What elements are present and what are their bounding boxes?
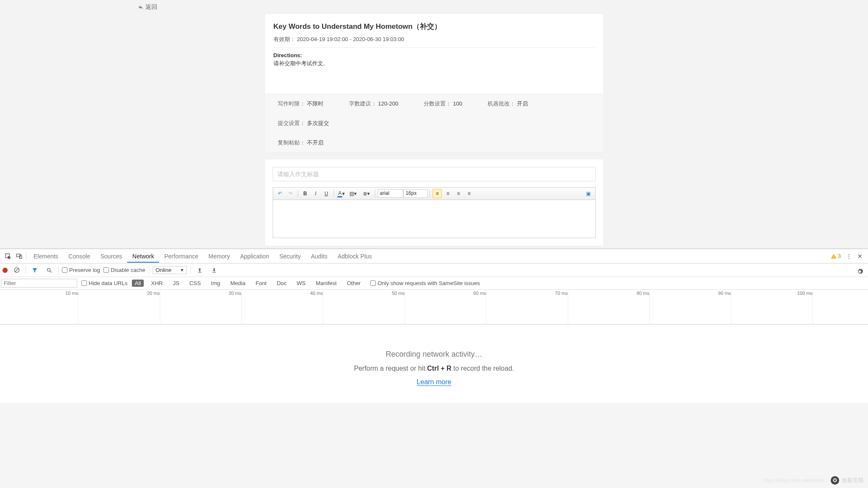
disable-cache-checkbox[interactable]: Disable cache <box>103 267 145 273</box>
filter-toggle-icon[interactable] <box>29 265 40 276</box>
tab-security[interactable]: Security <box>274 250 306 263</box>
chip-css[interactable]: CSS <box>187 280 204 287</box>
setting-submit: 提交设置：多次提交 <box>278 119 329 127</box>
align-left-button[interactable]: ≡ <box>433 189 442 198</box>
tab-application[interactable]: Application <box>235 250 274 263</box>
tab-adblock[interactable]: Adblock Plus <box>332 250 377 263</box>
editor-panel: ↶ ↷ B I U A▾ ▤▾ ≣▾ arial▼ 16px▼ ≡ ≡ ≡ ≡ … <box>265 159 604 246</box>
empty-line2: Perform a request or hit Ctrl + R to rec… <box>0 365 868 372</box>
svg-point-5 <box>47 268 50 271</box>
setting-score: 分数设置：100 <box>424 100 462 108</box>
assignment-title: Key Words to Understand My Hometown（补交） <box>274 22 595 31</box>
warning-badge[interactable]: 3 <box>831 253 841 259</box>
setting-auto-grade: 机器批改：开启 <box>488 100 528 108</box>
svg-rect-8 <box>212 272 216 272</box>
chip-all[interactable]: All <box>132 280 144 287</box>
tab-console[interactable]: Console <box>63 250 95 263</box>
chip-media[interactable]: Media <box>227 280 248 287</box>
chip-doc[interactable]: Doc <box>274 280 290 287</box>
device-toggle-icon[interactable] <box>14 251 25 262</box>
chip-xhr[interactable]: XHR <box>148 280 165 287</box>
network-filter-row: Hide data URLs All XHR JS CSS Img Media … <box>0 277 868 290</box>
rte-content-area[interactable] <box>273 200 596 238</box>
validity-label: 有效期： <box>274 36 296 42</box>
tab-audits[interactable]: Audits <box>306 250 332 263</box>
font-size-select[interactable]: 16px <box>403 189 428 198</box>
hide-data-urls-checkbox[interactable]: Hide data URLs <box>81 280 128 286</box>
bold-button[interactable]: B <box>301 189 310 198</box>
separator <box>25 266 26 274</box>
export-har-icon[interactable] <box>209 265 220 276</box>
throttling-select[interactable]: Online▼ <box>153 266 187 274</box>
inspect-element-icon[interactable] <box>3 251 14 262</box>
align-center-button[interactable]: ≡ <box>443 189 452 198</box>
timeline-tick: 30 ms <box>229 291 241 296</box>
timeline-tick: 10 ms <box>65 291 78 296</box>
separator <box>26 252 27 261</box>
fullscreen-button[interactable]: ▣ <box>584 189 593 198</box>
close-devtools-icon[interactable]: ✕ <box>854 251 865 262</box>
separator <box>190 266 191 274</box>
directions-text: 请补交期中考试作文。 <box>274 60 595 67</box>
chip-img[interactable]: Img <box>208 280 223 287</box>
filter-input[interactable] <box>1 279 77 288</box>
directions-label: Directions: <box>274 52 595 58</box>
devtools-tabbar: Elements Console Sources Network Perform… <box>0 249 868 263</box>
settings-gear-icon[interactable] <box>854 266 865 277</box>
timeline-tick: 20 ms <box>147 291 160 296</box>
setting-time-limit: 写作时限：不限时 <box>278 100 324 108</box>
tab-elements[interactable]: Elements <box>28 250 63 263</box>
redo-button[interactable]: ↷ <box>286 189 295 198</box>
list-button[interactable]: ≣▾ <box>360 189 372 198</box>
tab-memory[interactable]: Memory <box>204 250 235 263</box>
separator <box>58 266 59 274</box>
svg-line-6 <box>50 271 52 272</box>
back-link[interactable]: 返回 <box>138 3 157 11</box>
preserve-log-checkbox[interactable]: Preserve log <box>62 267 100 273</box>
timeline-tick: 60 ms <box>473 291 486 296</box>
timeline-tick: 40 ms <box>310 291 323 296</box>
warning-icon <box>831 253 837 259</box>
underline-button[interactable]: U <box>322 189 331 198</box>
tab-network[interactable]: Network <box>127 250 159 263</box>
import-har-icon[interactable] <box>194 265 205 276</box>
devtools-panel: Elements Console Sources Network Perform… <box>0 249 868 403</box>
setting-copy-paste: 复制粘贴：不开启 <box>278 139 591 147</box>
align-right-button[interactable]: ≡ <box>454 189 463 198</box>
validity-range: 2020-04-19 19:02:00 - 2020-06-30 19:03:0… <box>297 36 404 42</box>
empty-line1: Recording network activity… <box>0 350 868 359</box>
network-timeline[interactable]: 10 ms 20 ms 30 ms 40 ms 50 ms 60 ms 70 m… <box>0 290 868 324</box>
chip-manifest[interactable]: Manifest <box>313 280 340 287</box>
assignment-card: Key Words to Understand My Hometown（补交） … <box>265 14 604 94</box>
samesite-checkbox[interactable]: Only show requests with SameSite issues <box>370 280 480 286</box>
network-empty-state: Recording network activity… Perform a re… <box>0 324 868 403</box>
search-icon[interactable] <box>44 265 55 276</box>
clear-icon[interactable] <box>11 265 22 276</box>
setting-word-count: 字数建议：120-200 <box>349 100 399 108</box>
network-toolbar: Preserve log Disable cache Online▼ <box>0 263 868 277</box>
chip-js[interactable]: JS <box>170 280 182 287</box>
record-button[interactable] <box>3 268 8 273</box>
essay-title-input[interactable] <box>273 167 596 181</box>
tab-sources[interactable]: Sources <box>95 250 127 263</box>
tab-performance[interactable]: Performance <box>159 250 203 263</box>
chip-other[interactable]: Other <box>344 280 364 287</box>
timeline-tick: 80 ms <box>636 291 649 296</box>
chip-font[interactable]: Font <box>253 280 270 287</box>
italic-button[interactable]: I <box>311 189 321 198</box>
learn-more-link[interactable]: Learn more <box>417 378 452 386</box>
more-menu-icon[interactable]: ⋮ <box>843 251 854 262</box>
undo-button[interactable]: ↶ <box>275 189 285 198</box>
svg-line-4 <box>15 269 18 272</box>
font-family-select[interactable]: arial <box>378 189 403 198</box>
timeline-tick: 100 ms <box>797 291 812 296</box>
align-justify-button[interactable]: ≡ <box>464 189 474 198</box>
separator <box>149 266 149 274</box>
separator <box>375 190 375 197</box>
validity-row: 有效期： 2020-04-19 19:02:00 - 2020-06-30 19… <box>274 36 595 43</box>
chip-ws[interactable]: WS <box>294 280 309 287</box>
font-color-button[interactable]: A▾ <box>337 189 346 198</box>
divider <box>274 47 595 48</box>
bg-color-button[interactable]: ▤▾ <box>347 189 359 198</box>
separator <box>298 190 298 197</box>
